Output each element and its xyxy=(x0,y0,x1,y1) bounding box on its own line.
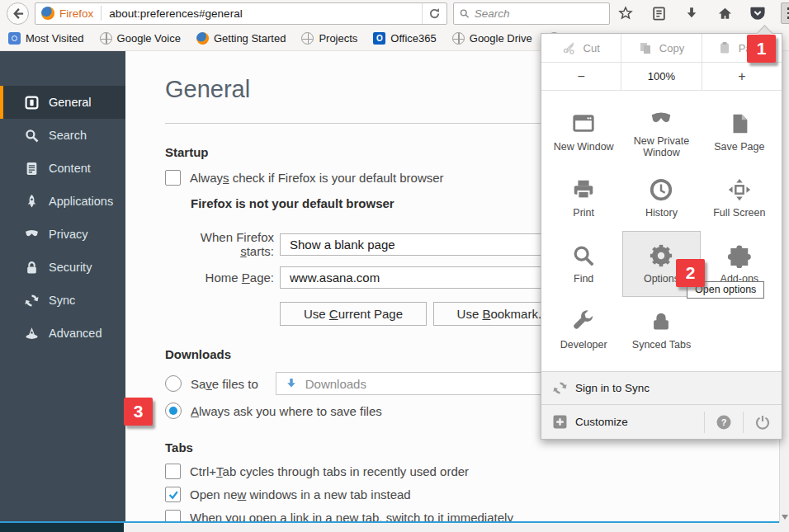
save-files-radio[interactable] xyxy=(165,375,182,392)
history-clock-icon xyxy=(649,177,673,202)
reload-button[interactable] xyxy=(422,3,446,24)
find-magnifier-icon xyxy=(571,243,596,268)
sidebar-label: Search xyxy=(49,129,87,142)
customize-button[interactable]: Customize xyxy=(541,415,704,429)
home-button[interactable] xyxy=(715,3,735,23)
svg-text:?: ? xyxy=(721,417,727,427)
bookmark-projects[interactable]: Projects xyxy=(301,32,357,45)
synced-tabs-button[interactable]: Synced Tabs xyxy=(622,297,700,363)
search-bar[interactable] xyxy=(453,2,610,25)
sidebar-item-privacy[interactable]: Privacy xyxy=(0,218,125,251)
find-button[interactable]: Find xyxy=(545,231,622,297)
zoom-controls-row: − 100% + xyxy=(541,63,782,91)
menu-item-label: New Private Window xyxy=(623,135,699,159)
menu-item-label: Synced Tabs xyxy=(632,339,691,351)
search-input[interactable] xyxy=(475,7,603,20)
help-icon: ? xyxy=(716,415,731,430)
save-page-button[interactable]: Save Page xyxy=(701,99,778,165)
url-input[interactable] xyxy=(102,7,422,20)
menu-item-label: New Window xyxy=(554,141,614,153)
full-screen-button[interactable]: Full Screen xyxy=(701,165,778,231)
globe-icon xyxy=(452,32,465,45)
customize-row: Customize ? xyxy=(541,404,782,439)
options-gear-icon xyxy=(649,243,673,268)
sidebar-item-general[interactable]: General xyxy=(0,86,125,119)
paste-clipboard-icon xyxy=(718,41,731,54)
globe-icon xyxy=(301,32,314,45)
history-button[interactable]: History xyxy=(622,165,700,231)
most-visited-icon xyxy=(8,32,21,45)
synced-tabs-icon xyxy=(649,309,673,334)
sidebar-label: Applications xyxy=(49,195,113,208)
sidebar-label: Content xyxy=(49,162,91,175)
ctrl-tab-checkbox[interactable] xyxy=(165,464,181,479)
switch-immediately-checkbox[interactable] xyxy=(165,510,181,521)
bookmark-label: Getting Started xyxy=(214,32,286,45)
bookmark-label: Most Visited xyxy=(26,32,84,45)
help-button[interactable]: ? xyxy=(704,412,743,433)
back-button[interactable] xyxy=(7,2,29,25)
use-current-page-button[interactable]: Use Current Page xyxy=(280,302,427,326)
search-icon xyxy=(25,129,39,143)
home-page-label: Home Page: xyxy=(165,271,274,285)
back-arrow-icon xyxy=(12,7,24,20)
new-window-button[interactable]: New Window xyxy=(545,99,622,165)
url-bar[interactable]: Firefox xyxy=(35,2,447,25)
sidebar-item-sync[interactable]: Sync xyxy=(0,284,125,317)
bookmarks-menu-button[interactable] xyxy=(649,3,669,23)
general-icon xyxy=(25,96,39,110)
hamburger-menu-button[interactable] xyxy=(781,2,789,24)
menu-item-label: Full Screen xyxy=(713,207,765,219)
menu-grid-empty-cell xyxy=(701,297,778,363)
bookmark-office365[interactable]: O Office365 xyxy=(373,32,436,45)
wizard-hat-icon xyxy=(25,327,39,341)
horizontal-scrollbar-thumb[interactable] xyxy=(0,523,124,532)
bookmark-label: Google Voice xyxy=(117,32,181,45)
save-files-label: Save files to xyxy=(191,377,258,391)
tabs-heading: Tabs xyxy=(165,440,779,454)
copy-icon xyxy=(639,41,652,54)
when-starts-label: When Firefox starts: xyxy=(165,230,274,258)
sidebar-item-content[interactable]: Content xyxy=(0,152,125,185)
download-folder-icon xyxy=(286,378,297,389)
bookmark-google-voice[interactable]: Google Voice xyxy=(100,32,181,45)
zoom-out-button[interactable]: − xyxy=(541,63,621,90)
full-screen-icon xyxy=(727,177,752,202)
new-private-window-button[interactable]: New Private Window xyxy=(622,99,700,165)
open-new-windows-checkbox[interactable] xyxy=(165,487,181,502)
add-ons-puzzle-icon xyxy=(727,243,752,268)
quit-button[interactable] xyxy=(743,412,782,433)
pocket-button[interactable] xyxy=(748,3,768,23)
reload-icon xyxy=(428,7,441,20)
sidebar-item-search[interactable]: Search xyxy=(0,119,125,152)
always-ask-radio[interactable] xyxy=(165,403,182,419)
cut-button[interactable]: Cut xyxy=(541,34,621,62)
default-browser-checkbox[interactable] xyxy=(165,170,181,186)
tab-option-row: When you open a link in a new tab, switc… xyxy=(165,510,779,521)
bookmark-star-button[interactable] xyxy=(616,3,635,23)
developer-button[interactable]: Developer xyxy=(545,297,622,363)
downloads-button[interactable] xyxy=(682,3,702,23)
zoom-level[interactable]: 100% xyxy=(621,63,701,90)
download-folder-picker[interactable]: Downloads xyxy=(276,372,550,395)
sidebar-item-applications[interactable]: Applications xyxy=(0,185,125,218)
firefox-logo-icon xyxy=(41,7,54,20)
sidebar-item-advanced[interactable]: Advanced xyxy=(0,317,125,350)
bookmark-google-drive[interactable]: Google Drive xyxy=(452,32,532,45)
bookmark-most-visited[interactable]: Most Visited xyxy=(8,32,84,45)
zoom-in-button[interactable]: + xyxy=(702,63,782,90)
sidebar-label: Advanced xyxy=(49,327,102,340)
copy-button[interactable]: Copy xyxy=(621,34,701,62)
print-button[interactable]: Print xyxy=(545,165,622,231)
search-icon xyxy=(460,8,470,19)
bookmark-getting-started[interactable]: Getting Started xyxy=(196,32,286,45)
default-browser-label: Always check if Firefox is your default … xyxy=(190,171,444,185)
document-icon xyxy=(25,162,39,176)
scroll-down-arrow-icon[interactable] xyxy=(782,515,788,520)
horizontal-scrollbar[interactable] xyxy=(0,523,789,532)
open-new-windows-label: Open new windows in a new tab instead xyxy=(190,487,411,501)
sidebar-label: General xyxy=(49,96,92,109)
sidebar-item-security[interactable]: Security xyxy=(0,251,125,284)
menu-item-label: Print xyxy=(573,207,594,219)
sign-in-to-sync-row[interactable]: Sign in to Sync xyxy=(541,371,782,404)
